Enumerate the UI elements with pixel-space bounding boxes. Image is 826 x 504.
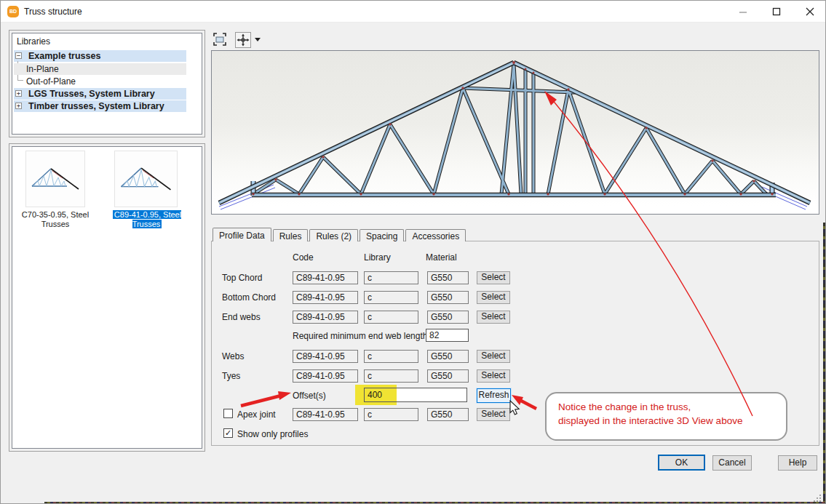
window-title: Truss structure [24,7,82,17]
column-header-library: Library [364,252,391,263]
tab-spacing[interactable]: Spacing [360,229,404,241]
thumbnail-c70-label[interactable]: C70-35-0.95, Steel Trusses [19,210,92,228]
bottom-chord-label: Bottom Chord [222,292,276,303]
bottom-chord-material-field[interactable]: G550 [427,291,469,304]
apex-joint-library-field[interactable]: c [364,408,418,421]
tree-item-label: In-Plane [26,64,59,74]
truss-3d-drawing [212,51,819,214]
top-chord-library-field[interactable]: c [364,271,418,284]
tree-item-label: Timber trusses, System Library [28,101,164,111]
truss-3d-view[interactable] [211,50,819,215]
move-crosshair-icon [236,33,250,47]
tab-profile-data[interactable]: Profile Data [213,228,271,241]
apex-joint-code-field[interactable]: C89-41-0.95 [293,408,358,421]
tab-rules[interactable]: Rules [273,229,309,241]
help-button[interactable]: Help [778,455,817,471]
libraries-panel: Libraries − Example trusses In-Plane Out… [9,30,205,137]
tyes-library-field[interactable]: c [364,369,418,383]
offset-field[interactable]: 400 [364,388,467,402]
webs-select-button[interactable]: Select [477,350,510,363]
minimize-icon [739,7,747,16]
desktop-edge-artifact [823,223,826,502]
thumbnail-c89-label[interactable]: C89-41-0.95, Steel Trusses [111,210,183,228]
callout-text-line2: displayed in the interactive 3D View abo… [558,415,742,426]
bottom-chord-select-button[interactable]: Select [477,291,510,304]
top-chord-code-field[interactable]: C89-41-0.95 [293,271,358,284]
tyes-code-field[interactable]: C89-41-0.95 [293,369,358,383]
ok-button[interactable]: OK [658,455,705,471]
thumbnail-label-text: C89-41-0.95, Steel Trusses [113,210,181,228]
minimize-button[interactable] [726,1,760,23]
tutorial-callout: Notice the change in the truss, displaye… [545,392,787,441]
bottom-chord-library-field[interactable]: c [364,291,418,304]
thumbnail-c70[interactable] [25,151,85,207]
expand-icon[interactable]: + [15,90,22,97]
min-end-web-length-field[interactable]: 82 [426,329,469,342]
apex-joint-material-field[interactable]: G550 [427,408,469,421]
end-webs-code-field[interactable]: C89-41-0.95 [293,311,358,324]
tree-item-example-trusses[interactable]: − Example trusses [14,50,186,62]
end-webs-material-field[interactable]: G550 [427,311,469,324]
cancel-button[interactable]: Cancel [712,455,752,471]
close-button[interactable] [793,1,826,23]
truss-structure-dialog: BD Truss structure Libraries − Example t… [0,0,826,504]
mini-truss-image [115,151,177,207]
check-icon: ✓ [225,428,231,437]
tree-item-in-plane[interactable]: In-Plane [14,63,186,75]
show-only-profiles-label: Show only profiles [237,429,308,439]
app-icon: BD [7,6,19,17]
tree-item-label: Example trusses [28,51,100,61]
apex-joint-label: Apex joint [237,409,276,420]
truss-gallery-panel: C70-35-0.95, Steel Trusses C89-41-0.95, … [9,143,205,452]
refresh-button[interactable]: Refresh [477,388,511,403]
show-only-profiles-checkbox[interactable]: ✓ [223,428,233,438]
webs-code-field[interactable]: C89-41-0.95 [293,350,358,363]
top-chord-select-button[interactable]: Select [477,271,510,284]
end-webs-select-button[interactable]: Select [477,311,510,324]
tree-item-label: LGS Trusses, System Library [28,89,155,99]
webs-material-field[interactable]: G550 [427,350,469,363]
column-header-code: Code [293,252,314,263]
truss-gallery: C70-35-0.95, Steel Trusses C89-41-0.95, … [12,146,202,449]
tab-strip: Profile Data Rules Rules (2) Spacing Acc… [213,228,467,241]
tree-item-out-of-plane[interactable]: Out-of-Plane [14,76,186,87]
tab-accessories[interactable]: Accessories [405,229,466,241]
tyes-material-field[interactable]: G550 [427,369,469,383]
tyes-select-button[interactable]: Select [477,369,510,383]
pan-rotate-button[interactable] [235,32,251,48]
libraries-tree: Libraries − Example trusses In-Plane Out… [12,33,202,135]
tree-item-lgs-trusses[interactable]: + LGS Trusses, System Library [14,88,186,100]
maximize-button[interactable] [760,1,793,23]
title-bar: BD Truss structure [1,1,826,23]
close-icon [806,7,814,16]
offset-label: Offset(s) [293,391,326,401]
min-end-web-length-label: Required minimum end web length [293,331,427,341]
end-webs-library-field[interactable]: c [364,311,418,324]
tree-item-timber-trusses[interactable]: + Timber trusses, System Library [14,100,186,112]
viewer-tool-dropdown-icon[interactable] [255,38,261,41]
apex-joint-select-button[interactable]: Select [477,408,510,421]
tab-rules-2[interactable]: Rules (2) [309,229,358,241]
expand-icon[interactable]: + [15,103,22,109]
libraries-header: Libraries [17,36,50,47]
thumbnail-c89-selected[interactable] [114,151,178,207]
top-chord-label: Top Chord [222,273,262,283]
webs-label: Webs [222,351,244,361]
tree-item-label: Out-of-Plane [26,76,76,87]
bottom-chord-code-field[interactable]: C89-41-0.95 [293,291,358,304]
thumbnail-label-text: C70-35-0.95, Steel Trusses [22,210,89,228]
maximize-icon [772,7,781,16]
end-webs-label: End webs [222,312,261,322]
tyes-label: Tyes [222,371,240,381]
webs-library-field[interactable]: c [364,350,418,363]
top-chord-material-field[interactable]: G550 [427,271,469,284]
collapse-icon[interactable]: − [15,52,22,59]
zoom-to-fit-button[interactable] [213,32,229,48]
zoom-to-fit-icon [213,32,227,47]
apex-joint-checkbox[interactable] [223,409,233,418]
callout-text-line1: Notice the change in the truss, [558,401,691,412]
mini-truss-image [26,151,84,207]
column-header-material: Material [426,252,457,263]
